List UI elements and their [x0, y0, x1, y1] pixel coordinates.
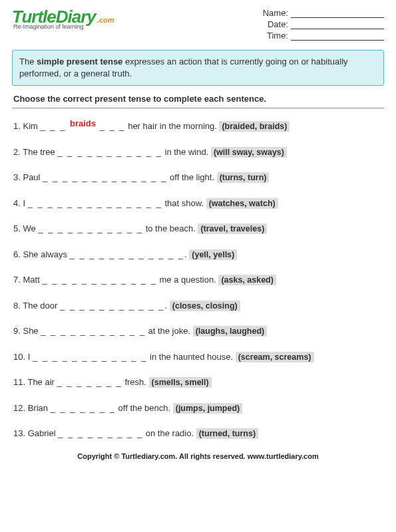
q-options: (watches, watch) [206, 198, 278, 209]
logo-suffix: .com [97, 16, 114, 24]
q-num: 5. [13, 223, 23, 233]
q-pre: She [23, 326, 41, 336]
q-num: 11. [13, 377, 27, 387]
q-post: off the bench. [116, 403, 173, 413]
q-options: (turns, turn) [217, 172, 270, 183]
question-row: 11. The air _ _ _ _ _ _ _ fresh. (smells… [12, 370, 384, 396]
q-num: 10. [13, 352, 28, 362]
q-blank2: _ _ _ [96, 121, 126, 131]
q-post: in the wind. [162, 147, 211, 157]
q-options: (jumps, jumped) [173, 403, 243, 414]
rule-box: The simple present tense expresses an ac… [12, 50, 384, 86]
q-num: 8. [13, 301, 23, 311]
q-blank: _ _ _ _ _ _ _ _ _ _ _ _ _ _ [28, 198, 162, 208]
q-pre: Gabriel [28, 428, 59, 438]
q-num: 9. [13, 326, 23, 336]
q-post: to the beach. [143, 223, 198, 233]
q-num: 13. [13, 428, 28, 438]
rule-pre: The [19, 57, 37, 66]
name-line [291, 17, 384, 18]
q-post: that show. [162, 198, 206, 208]
footer: Copyright © Turtlediary.com. All rights … [12, 452, 384, 460]
q-num: 1. [13, 121, 23, 131]
q-options: (will sway, sways) [211, 147, 287, 158]
q-num: 6. [13, 249, 23, 259]
q-pre: Brian [28, 403, 51, 413]
header: TurtleDiary.com Re-Imagination of learni… [12, 8, 384, 42]
q-answer: braids [70, 118, 96, 128]
question-row: 2. The tree _ _ _ _ _ _ _ _ _ _ _ in the… [12, 140, 384, 166]
question-row: 10. I _ _ _ _ _ _ _ _ _ _ _ _ in the hau… [12, 344, 384, 370]
q-pre: We [23, 223, 38, 233]
question-row: 5. We _ _ _ _ _ _ _ _ _ _ _ to the beach… [12, 216, 384, 242]
q-post: in the haunted house. [147, 352, 235, 362]
name-label: Name: [263, 8, 288, 18]
question-row: 4. I _ _ _ _ _ _ _ _ _ _ _ _ _ _ that sh… [12, 191, 384, 217]
question-row: 1. Kim _ _ _ braids _ _ _ her hair in th… [12, 114, 384, 140]
date-label: Date: [268, 19, 288, 29]
q-post: her hair in the morning. [126, 121, 220, 131]
question-list: 1. Kim _ _ _ braids _ _ _ her hair in th… [12, 114, 384, 447]
q-blank: _ _ _ _ _ _ _ _ _ _ _ _ [42, 275, 157, 285]
q-num: 12. [13, 403, 28, 413]
q-blank: _ _ _ _ _ _ _ _ _ _ _ _ [70, 249, 185, 259]
q-pre: I [28, 352, 33, 362]
q-num: 3. [13, 172, 23, 182]
q-num: 7. [13, 275, 23, 285]
q-pre: Kim [23, 121, 40, 131]
q-pre: Paul [23, 172, 43, 182]
q-blank: _ _ _ _ _ _ _ [51, 403, 116, 413]
q-options: (smells, smell) [149, 377, 212, 388]
q-pre: The tree [23, 147, 57, 157]
q-blank: _ _ _ _ _ _ _ _ _ _ _ _ [33, 352, 148, 362]
q-options: (travel, traveles) [198, 223, 267, 234]
q-num: 4. [13, 198, 23, 208]
q-options: (laughs, laughed) [193, 326, 267, 336]
instruction: Choose the correct present tense to comp… [13, 94, 383, 104]
q-pre: The door [23, 301, 60, 311]
question-row: 7. Matt _ _ _ _ _ _ _ _ _ _ _ _ me a que… [12, 267, 384, 293]
q-post: off the light. [167, 172, 216, 182]
q-post: me a question. [157, 275, 219, 285]
divider [12, 108, 384, 108]
rule-bold: simple present tense [37, 57, 122, 66]
q-pre: She always [23, 249, 69, 259]
q-blank: _ _ _ _ _ _ _ _ _ _ _ [38, 223, 143, 233]
time-label: Time: [267, 31, 288, 41]
info-fields: Name: Date: Time: [263, 8, 384, 42]
question-row: 12. Brian _ _ _ _ _ _ _ off the bench. (… [12, 396, 384, 422]
time-line [291, 40, 384, 41]
q-blank: _ _ _ _ _ _ _ _ _ _ _ [60, 301, 165, 311]
q-post: at the joke. [146, 326, 193, 336]
q-options: (closes, closing) [170, 301, 240, 311]
q-options: (scream, screams) [236, 352, 314, 362]
q-options: (yell, yells) [189, 249, 237, 260]
q-blank: _ _ _ _ _ _ _ _ _ [58, 428, 143, 438]
q-pre: The air [27, 377, 57, 387]
q-blank: _ _ _ [40, 121, 70, 131]
q-blank: _ _ _ _ _ _ _ [57, 377, 122, 387]
q-options: (braided, braids) [219, 121, 290, 132]
q-post: fresh. [122, 377, 149, 387]
q-options: (asks, asked) [218, 275, 276, 285]
q-blank: _ _ _ _ _ _ _ _ _ _ _ [41, 326, 146, 336]
question-row: 8. The door _ _ _ _ _ _ _ _ _ _ _. (clos… [12, 293, 384, 319]
q-post: on the radio. [143, 428, 196, 438]
q-post: . [165, 301, 170, 311]
q-pre: Matt [23, 275, 42, 285]
q-pre: I [23, 198, 27, 208]
question-row: 9. She _ _ _ _ _ _ _ _ _ _ _ at the joke… [12, 319, 384, 344]
q-blank: _ _ _ _ _ _ _ _ _ _ _ _ _ [43, 172, 167, 182]
date-line [291, 29, 384, 29]
q-options: (turned, turns) [196, 428, 258, 439]
question-row: 6. She always _ _ _ _ _ _ _ _ _ _ _ _. (… [12, 242, 384, 268]
question-row: 13. Gabriel _ _ _ _ _ _ _ _ _ on the rad… [12, 421, 384, 447]
logo-block: TurtleDiary.com Re-Imagination of learni… [12, 8, 114, 30]
question-row: 3. Paul _ _ _ _ _ _ _ _ _ _ _ _ _ off th… [12, 165, 384, 191]
q-blank: _ _ _ _ _ _ _ _ _ _ _ [57, 147, 162, 157]
q-num: 2. [13, 147, 23, 157]
